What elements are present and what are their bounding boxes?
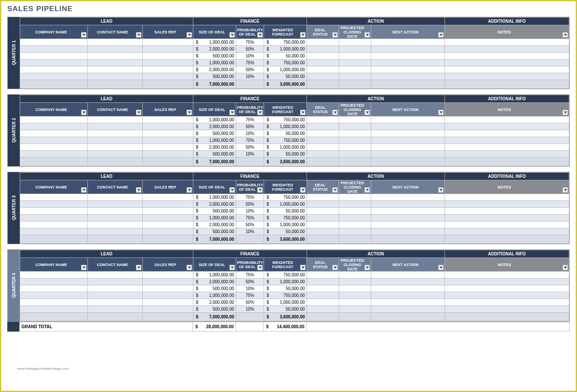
cell-status[interactable] [307, 60, 339, 66]
cell-forecast[interactable]: $750,000.00 [264, 272, 307, 278]
cell-closing[interactable] [339, 123, 371, 130]
filter-dropdown-icon[interactable] [257, 187, 263, 193]
cell-forecast[interactable]: $50,000.00 [264, 208, 307, 215]
filter-dropdown-icon[interactable] [186, 187, 192, 193]
filter-dropdown-icon[interactable] [332, 187, 338, 193]
cell-status[interactable] [307, 299, 339, 306]
cell-closing[interactable] [339, 221, 371, 228]
cell-contact[interactable] [88, 53, 143, 60]
cell-contact[interactable] [88, 123, 143, 130]
cell-forecast[interactable]: $50,000.00 [264, 285, 307, 292]
cell-notes[interactable] [445, 201, 569, 208]
cell-contact[interactable] [88, 60, 143, 66]
cell-size[interactable]: $1,000,000.00 [193, 137, 236, 144]
cell-size[interactable]: $1,000,000.00 [193, 272, 236, 278]
cell-prob[interactable]: 75% [236, 60, 264, 66]
filter-dropdown-icon[interactable] [438, 32, 444, 38]
table-row[interactable]: $2,000,000.00 50% $1,000,000.00 [20, 144, 569, 151]
cell-size[interactable]: $2,000,000.00 [193, 144, 236, 151]
cell-company[interactable] [20, 272, 88, 278]
cell-next[interactable] [371, 53, 445, 60]
cell-company[interactable] [20, 221, 88, 228]
cell-contact[interactable] [88, 39, 143, 46]
cell-contact[interactable] [88, 130, 143, 137]
cell-salesrep[interactable] [143, 46, 193, 53]
cell-notes[interactable] [445, 194, 569, 201]
filter-dropdown-icon[interactable] [136, 110, 141, 115]
cell-status[interactable] [307, 278, 339, 285]
cell-next[interactable] [371, 299, 445, 306]
cell-status[interactable] [307, 306, 339, 313]
cell-size[interactable]: $500,000.00 [193, 130, 236, 137]
cell-salesrep[interactable] [143, 66, 193, 73]
cell-next[interactable] [371, 66, 445, 73]
cell-size[interactable]: $1,000,000.00 [193, 60, 236, 66]
filter-dropdown-icon[interactable] [257, 265, 263, 270]
cell-prob[interactable]: 50% [236, 221, 264, 228]
cell-company[interactable] [20, 151, 88, 158]
cell-contact[interactable] [88, 46, 143, 53]
filter-dropdown-icon[interactable] [332, 110, 338, 115]
cell-closing[interactable] [339, 130, 371, 137]
cell-salesrep[interactable] [143, 221, 193, 228]
table-row[interactable]: $1,000,000.00 75% $750,000.00 [20, 117, 569, 123]
table-row[interactable]: $1,000,000.00 75% $750,000.00 [20, 39, 569, 46]
cell-forecast[interactable]: $50,000.00 [264, 130, 307, 137]
cell-prob[interactable]: 10% [236, 228, 264, 235]
filter-dropdown-icon[interactable] [257, 110, 263, 115]
cell-status[interactable] [307, 272, 339, 278]
filter-dropdown-icon[interactable] [81, 110, 87, 115]
cell-contact[interactable] [88, 73, 143, 80]
filter-dropdown-icon[interactable] [562, 32, 568, 38]
cell-next[interactable] [371, 201, 445, 208]
cell-prob[interactable]: 50% [236, 46, 264, 53]
cell-salesrep[interactable] [143, 278, 193, 285]
cell-company[interactable] [20, 292, 88, 299]
cell-notes[interactable] [445, 117, 569, 123]
cell-closing[interactable] [339, 194, 371, 201]
cell-size[interactable]: $2,000,000.00 [193, 221, 236, 228]
cell-notes[interactable] [445, 208, 569, 215]
cell-prob[interactable]: 10% [236, 151, 264, 158]
cell-company[interactable] [20, 117, 88, 123]
cell-salesrep[interactable] [143, 272, 193, 278]
cell-contact[interactable] [88, 144, 143, 151]
cell-size[interactable]: $500,000.00 [193, 208, 236, 215]
cell-next[interactable] [371, 285, 445, 292]
filter-dropdown-icon[interactable] [81, 265, 87, 270]
cell-prob[interactable]: 50% [236, 299, 264, 306]
cell-next[interactable] [371, 306, 445, 313]
cell-size[interactable]: $1,000,000.00 [193, 194, 236, 201]
cell-company[interactable] [20, 123, 88, 130]
cell-closing[interactable] [339, 208, 371, 215]
cell-closing[interactable] [339, 278, 371, 285]
table-row[interactable]: $1,000,000.00 75% $750,000.00 [20, 60, 569, 66]
filter-dropdown-icon[interactable] [332, 265, 338, 270]
cell-forecast[interactable]: $1,000,000.00 [264, 144, 307, 151]
cell-salesrep[interactable] [143, 299, 193, 306]
cell-prob[interactable]: 10% [236, 285, 264, 292]
cell-size[interactable]: $500,000.00 [193, 73, 236, 80]
cell-contact[interactable] [88, 66, 143, 73]
cell-forecast[interactable]: $1,000,000.00 [264, 123, 307, 130]
cell-status[interactable] [307, 285, 339, 292]
cell-salesrep[interactable] [143, 60, 193, 66]
cell-salesrep[interactable] [143, 130, 193, 137]
cell-status[interactable] [307, 221, 339, 228]
cell-status[interactable] [307, 66, 339, 73]
table-row[interactable]: $2,000,000.00 50% $1,000,000.00 [20, 123, 569, 130]
cell-notes[interactable] [445, 228, 569, 235]
cell-forecast[interactable]: $50,000.00 [264, 228, 307, 235]
filter-dropdown-icon[interactable] [562, 110, 568, 115]
cell-size[interactable]: $1,000,000.00 [193, 292, 236, 299]
cell-prob[interactable]: 75% [236, 194, 264, 201]
table-row[interactable]: $1,000,000.00 75% $750,000.00 [20, 292, 569, 299]
cell-company[interactable] [20, 285, 88, 292]
cell-contact[interactable] [88, 228, 143, 235]
cell-notes[interactable] [445, 272, 569, 278]
cell-company[interactable] [20, 39, 88, 46]
cell-status[interactable] [307, 123, 339, 130]
cell-notes[interactable] [445, 215, 569, 221]
cell-forecast[interactable]: $1,000,000.00 [264, 66, 307, 73]
cell-next[interactable] [371, 123, 445, 130]
